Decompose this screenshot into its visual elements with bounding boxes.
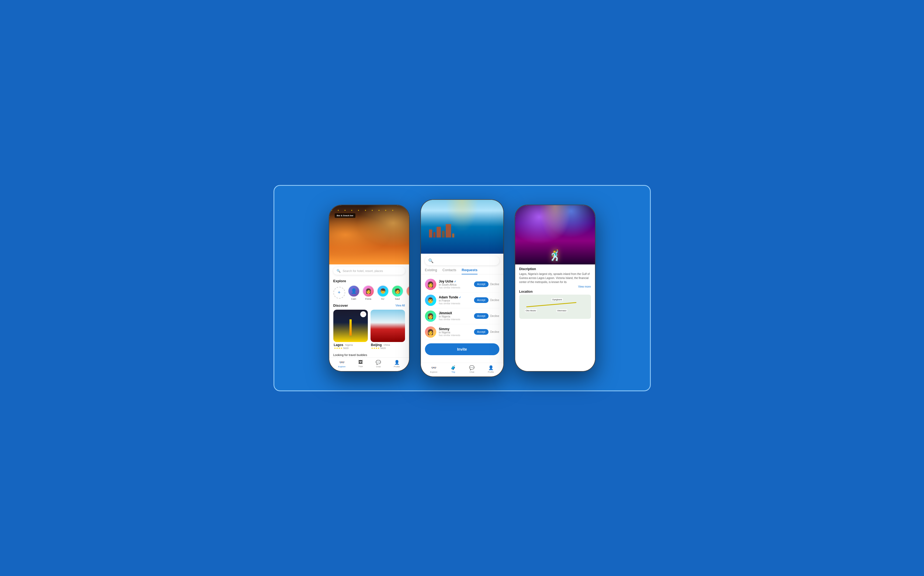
card-beijing[interactable]: Beijing China ★★★★ 5620 [371,310,405,350]
trips-nav-label: Trips [358,365,363,368]
avatar-extra[interactable]: 👤 K [406,285,409,300]
joy-accept-button[interactable]: Accept [474,282,489,287]
search-icon: 🔍 [337,269,341,273]
jimmie-accept-button[interactable]: Accept [474,313,489,319]
beijing-image [371,310,405,342]
tab-contacts[interactable]: Contacts [443,268,456,274]
adam-actions: Accept Decline [474,297,499,303]
avatar-kj[interactable]: 👦 KJ [377,285,389,300]
search-placeholder: Search for hotel, resort, places [343,269,383,272]
tab-existing[interactable]: Existing [425,268,437,274]
adam-accept-button[interactable]: Accept [474,297,489,303]
avatar-face-extra: 👤 [407,286,409,296]
lagos-favorite-button[interactable]: ♡ [360,311,366,317]
center-search-bar[interactable]: 🔍 [425,256,499,265]
simmy-face: 👩 [425,326,436,338]
discover-label: Discover [333,304,348,307]
description-title: Discription [519,267,591,271]
request-adam: 👨 Adam Tunde ✓ in France has similar int… [425,293,499,308]
request-joy: 👩 Joy Uche ✓ in South-Africa has similar… [425,277,499,293]
concert-image: 🕺 [515,205,595,264]
profile-nav-label: Profile [394,365,400,368]
joy-name: Joy Uche ✓ [439,280,471,283]
joy-verified: ✓ [454,280,456,283]
beijing-city: Beijing [371,343,382,347]
jimmie-info: JimmieX in Nigeria has similar interests [439,311,471,321]
simmy-actions: Accept Decline [474,329,499,335]
tab-requests[interactable]: Requests [462,268,478,274]
avatar-face-fiona: 👩 [363,286,374,296]
explore-row: + 👤 Cain 👩 Fiona 👦 K [329,284,409,302]
request-jimmie: 👩 JimmieX in Nigeria has similar interes… [425,308,499,324]
avatar-name-saul: Saul [395,298,399,300]
building-3 [436,227,441,237]
phone-left-screen: Bar & Snack bar 🔍 Search for hotel, reso… [329,205,409,371]
stockholm-buildings [429,224,495,237]
app-frame: Bar & Snack bar 🔍 Search for hotel, reso… [274,185,651,391]
trips-icon: 🖼 [358,360,363,365]
joy-location: in South-Africa [439,283,471,286]
add-buddy-button[interactable]: + [333,287,345,299]
center-explore-icon: 👓 [431,365,436,370]
center-bottom-nav: 👓 Explore 🧳 Trip 💬 Chat 👤 Profile [421,363,504,376]
adam-decline-button[interactable]: Decline [490,299,499,302]
nav-explore[interactable]: 👓 Explore [338,360,345,368]
avatar-fiona[interactable]: 👩 Fiona [363,285,374,300]
string-lights [329,208,409,213]
lagos-info: Lagos Nigeria ★★★★ 5620 [333,342,368,350]
invite-button[interactable]: Invite [425,343,499,355]
center-explore-label: Explore [430,371,437,373]
center-profile-label: Profile [488,371,494,373]
view-all-link[interactable]: View All [396,304,405,307]
discover-grid: ♡ Lagos Nigeria ★★★★ 5620 [329,309,409,352]
joy-decline-button[interactable]: Decline [490,283,499,286]
card-lagos[interactable]: ♡ Lagos Nigeria ★★★★ 5620 [333,310,368,350]
right-content: Discription Lagos, Nigeria's largest cit… [515,264,595,371]
jimmie-actions: Accept Decline [474,313,499,319]
simmy-accept-button[interactable]: Accept [474,329,489,335]
center-search-icon: 🔍 [428,258,433,263]
center-chat-label: Chat [470,371,474,373]
avatar-cain[interactable]: 👤 Cain [348,285,360,300]
center-nav-profile[interactable]: 👤 Profile [488,365,494,373]
adam-verified: ✓ [459,296,461,299]
center-nav-trip[interactable]: 🧳 Trip [451,365,456,373]
phone-right-screen: 🕺 Discription Lagos, Nigeria's largest c… [515,205,595,371]
joy-face: 👩 [425,279,436,290]
avatar-name-kj: KJ [381,298,384,300]
simmy-interests: has similar interests [439,334,471,337]
center-nav-chat[interactable]: 💬 Chat [469,365,475,373]
explore-nav-label: Explore [338,365,345,368]
phone-center-screen: 🔍 Existing Contacts Requests 👩 [421,200,504,376]
avatar-saul[interactable]: 🧑 Saul [391,285,403,300]
simmy-name: Simmy [439,327,471,331]
center-chat-icon: 💬 [469,365,475,370]
lagos-image: ♡ [333,310,368,342]
nav-trips[interactable]: 🖼 Trips [358,360,363,368]
nav-chat[interactable]: 💬 Chat [375,360,381,368]
center-trip-icon: 🧳 [451,365,456,370]
map-area[interactable]: Oyegbami Oke Akuko Okemaso [519,294,591,319]
center-nav-explore[interactable]: 👓 Explore [430,365,437,373]
nav-profile[interactable]: 👤 Profile [394,360,400,368]
building-2 [433,232,435,237]
map-label-okemaso: Okemaso [557,309,567,312]
explore-icon: 👓 [339,360,345,365]
jimmie-decline-button[interactable]: Decline [490,315,499,317]
avatar-circle-kj: 👦 [377,285,389,297]
avatar-name-cain: Cain [351,298,356,300]
concert-spotlight [539,205,571,241]
simmy-decline-button[interactable]: Decline [490,330,499,333]
lagos-country: Nigeria [345,344,353,346]
adam-interests: has similar interests [439,302,471,305]
left-search-bar[interactable]: 🔍 Search for hotel, resort, places [333,267,405,275]
view-more-link[interactable]: View more [519,285,591,288]
jimmie-face: 👩 [425,310,436,322]
simmy-info: Simmy in Nigeria has similar interests [439,327,471,337]
joy-actions: Accept Decline [474,282,499,287]
lagos-city: Lagos [334,343,343,347]
avatar-face-cain: 👤 [348,286,359,296]
building-5 [446,224,451,237]
chat-nav-label: Chat [376,365,381,368]
adam-info: Adam Tunde ✓ in France has similar inter… [439,295,471,305]
